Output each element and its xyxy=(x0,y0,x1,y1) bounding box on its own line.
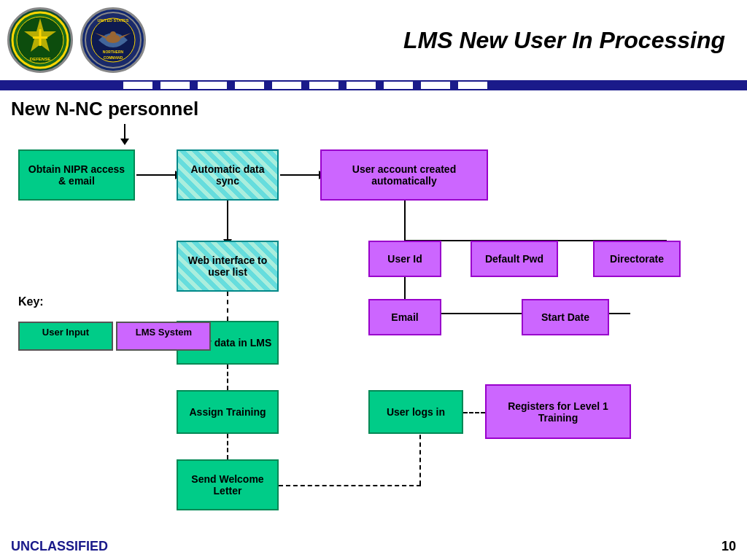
svg-point-12 xyxy=(110,31,116,37)
arrow-account-down xyxy=(404,201,406,241)
header: DEFENSE UNITED STATES NORTHERN COMMAND L… xyxy=(0,0,747,80)
title-area: LMS New User In Processing xyxy=(146,27,740,54)
content: New N-NC personnel Obtain NIPR access & … xyxy=(0,90,747,521)
stripe-block xyxy=(272,82,301,89)
svg-text:UNITED STATES: UNITED STATES xyxy=(98,18,129,23)
start-date-box: Start Date xyxy=(522,299,609,335)
svg-text:NORTHERN: NORTHERN xyxy=(103,50,124,54)
user-account-box: User account created automatically xyxy=(320,149,488,201)
stripe-block xyxy=(309,82,338,89)
classification-label: UNCLASSIFIED xyxy=(11,539,108,554)
stripe-block xyxy=(160,82,190,89)
logo-aafes: DEFENSE xyxy=(7,7,73,73)
dashed-h-bottom xyxy=(279,485,421,486)
stripe-block xyxy=(384,82,413,89)
main-title: LMS New User In Processing xyxy=(403,27,725,53)
default-pwd-box: Default Pwd xyxy=(471,241,558,277)
blue-stripe xyxy=(0,80,747,90)
page-number: 10 xyxy=(721,539,736,554)
directorate-box: Directorate xyxy=(593,241,681,277)
dashed-down-2 xyxy=(227,365,228,390)
stripe-block xyxy=(123,82,152,89)
logos: DEFENSE UNITED STATES NORTHERN COMMAND xyxy=(7,7,146,73)
page-heading: New N-NC personnel xyxy=(11,98,736,120)
nipr-box: Obtain NIPR access & email xyxy=(18,149,135,201)
assign-training-box: Assign Training xyxy=(177,390,279,434)
stripe-block xyxy=(198,82,227,89)
user-id-box: User Id xyxy=(368,241,441,277)
svg-text:COMMAND: COMMAND xyxy=(104,55,123,60)
user-logs-in-box: User logs in xyxy=(368,390,463,434)
arrow-down-personnel xyxy=(124,124,125,140)
arrow-sync-to-account xyxy=(280,174,320,176)
dashed-to-registers xyxy=(463,412,485,413)
logo-northcom: UNITED STATES NORTHERN COMMAND xyxy=(80,7,146,73)
flow-diagram: Obtain NIPR access & email Automatic dat… xyxy=(11,149,726,514)
svg-rect-4 xyxy=(39,29,42,46)
key-user-input: User Input xyxy=(18,322,113,351)
key-label: Key: xyxy=(18,295,211,308)
stripe-block xyxy=(458,82,487,89)
registers-box: Registers for Level 1 Training xyxy=(485,384,631,439)
auto-sync-box: Automatic data sync xyxy=(177,149,279,201)
web-interface-box: Web interface to user list xyxy=(177,241,279,292)
email-box: Email xyxy=(368,299,441,335)
dashed-down-3 xyxy=(227,434,228,459)
arrow-sync-down xyxy=(227,201,228,241)
stripe-block xyxy=(347,82,376,89)
stripe-block xyxy=(235,82,264,89)
dashed-down-1 xyxy=(227,292,228,321)
arrow-nipr-to-sync xyxy=(136,174,177,176)
stripe-block xyxy=(421,82,450,89)
key-section: Key: User Input LMS System xyxy=(18,295,211,357)
svg-text:DEFENSE: DEFENSE xyxy=(30,57,50,61)
key-lms-system: LMS System xyxy=(116,322,211,351)
send-welcome-box: Send Welcome Letter xyxy=(177,459,279,510)
